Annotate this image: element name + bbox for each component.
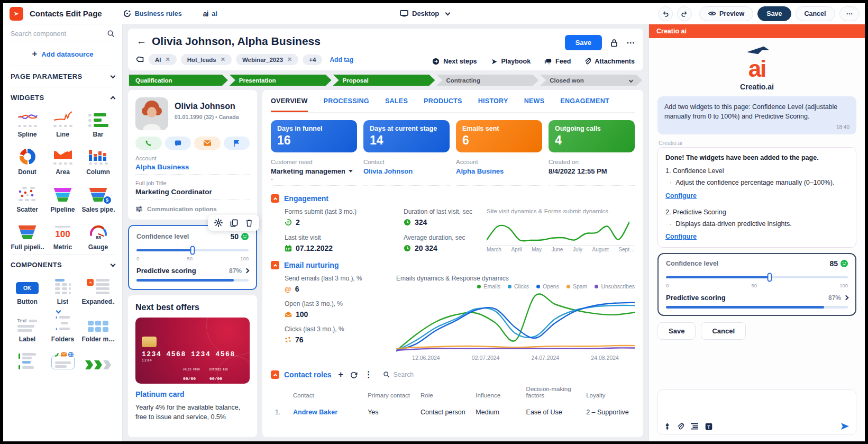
chat-button[interactable] <box>165 137 191 150</box>
add-tag-button[interactable]: Add tag <box>330 56 353 64</box>
table-row[interactable]: 1. Andrew Baker Yes Contact person Mediu… <box>275 403 635 416</box>
widget-gauge[interactable]: 88 Gauge <box>81 221 115 251</box>
search-input[interactable] <box>11 30 107 38</box>
tab-processing[interactable]: PROCESSING <box>324 97 369 112</box>
widget-donut[interactable]: Donut <box>11 146 44 176</box>
widget-spline[interactable]: Spline <box>11 108 44 138</box>
ai-button[interactable]: ai ai <box>203 10 217 18</box>
tag-pill[interactable]: Webinar_2023✕ <box>236 54 298 65</box>
component-stage-bar[interactable] <box>81 350 115 369</box>
stage-closed-won[interactable]: Closed won <box>540 75 642 86</box>
cancel-button[interactable]: Cancel <box>796 6 835 21</box>
tab-history[interactable]: HISTORY <box>478 97 508 112</box>
component-folders[interactable]: › › Folders <box>46 313 79 343</box>
remove-tag-icon[interactable]: ✕ <box>221 56 225 63</box>
collapse-icon[interactable] <box>271 194 279 203</box>
engagement-section-header[interactable]: Engagement <box>271 194 635 203</box>
settings-gear-icon[interactable] <box>214 219 223 227</box>
add-datasource-button[interactable]: + Add datasource <box>11 41 115 66</box>
widget-full-pipeline[interactable]: Full pipeli… <box>11 221 44 251</box>
structure-list-icon[interactable] <box>691 423 698 430</box>
call-button[interactable] <box>135 137 162 150</box>
widget-line[interactable]: Line <box>46 108 79 138</box>
playbook-button[interactable]: Playbook <box>491 58 531 65</box>
tag-pill[interactable]: Hot_leads✕ <box>181 54 232 65</box>
component-expanded[interactable]: Expanded… <box>81 275 115 305</box>
slider-thumb[interactable] <box>768 273 772 282</box>
dropdown-caret-icon[interactable] <box>349 170 353 173</box>
page-parameters-section[interactable]: PAGE PARAMETERS <box>11 66 115 87</box>
flag-button[interactable] <box>224 137 250 150</box>
widget-scatter[interactable]: Scatter <box>11 183 44 213</box>
component-label[interactable]: Text Label <box>11 313 44 343</box>
component-list[interactable]: List <box>46 275 79 305</box>
tab-products[interactable]: PRODUCTS <box>424 97 462 112</box>
offer-link[interactable]: Platinum card <box>135 390 250 398</box>
attachments-button[interactable]: Attachments <box>584 58 635 65</box>
text-format-icon[interactable]: T <box>705 423 712 430</box>
component-communication-card[interactable] <box>46 350 79 369</box>
lock-icon[interactable] <box>610 39 618 47</box>
configure-link-1[interactable]: Configure <box>665 192 697 200</box>
more-tags-pill[interactable]: +4 <box>303 55 322 65</box>
copilot-cancel-button[interactable]: Cancel <box>701 322 746 340</box>
tab-news[interactable]: NEWS <box>524 97 545 112</box>
widget-metric[interactable]: 100 Metric <box>46 221 79 251</box>
component-search[interactable] <box>11 30 115 41</box>
chevron-right-icon[interactable] <box>244 268 250 274</box>
confidence-slider[interactable] <box>666 273 848 282</box>
prompt-settings-icon[interactable] <box>664 422 670 430</box>
back-button[interactable]: ← <box>136 35 147 47</box>
component-timeline[interactable] <box>11 350 44 369</box>
confidence-slider[interactable] <box>136 246 249 255</box>
business-rules-button[interactable]: Business rules <box>123 10 182 17</box>
widget-column[interactable]: Column <box>81 146 115 176</box>
component-folder-manager[interactable]: Folder m… <box>81 313 115 343</box>
copilot-confidence-widget[interactable]: Confidence level 85 050100 <box>657 253 856 316</box>
next-steps-button[interactable]: Next steps <box>432 58 477 65</box>
copilot-message-input[interactable] <box>664 394 849 422</box>
component-button[interactable]: OK Button <box>11 275 44 305</box>
widget-bar[interactable]: Bar <box>81 108 115 138</box>
components-section[interactable]: COMPONENTS <box>11 254 115 275</box>
tag-pill[interactable]: AI✕ <box>149 54 177 65</box>
copy-icon[interactable] <box>230 219 238 227</box>
collapse-icon[interactable] <box>271 370 279 379</box>
feed-button[interactable]: Feed <box>544 58 571 65</box>
copilot-input-box[interactable]: T <box>657 389 856 435</box>
email-nurturing-section-header[interactable]: Email nurturing <box>271 261 635 269</box>
undo-button[interactable] <box>658 6 673 21</box>
collapse-icon[interactable] <box>271 261 279 269</box>
account-link[interactable]: Alpha Business <box>135 163 250 171</box>
widget-sales-pipeline[interactable]: $ Sales pipe… <box>81 183 115 213</box>
record-save-button[interactable]: Save <box>565 35 602 50</box>
stage-presentation[interactable]: Presentation <box>230 75 332 86</box>
device-selector[interactable]: Desktop <box>400 10 450 17</box>
remove-tag-icon[interactable]: ✕ <box>287 56 292 63</box>
field-account[interactable]: Account Alpha Busines <box>456 159 542 186</box>
widget-pipeline[interactable]: Pipeline <box>46 183 79 213</box>
send-icon[interactable] <box>840 422 849 430</box>
save-button[interactable]: Save <box>757 6 791 21</box>
more-button[interactable]: ⋯ <box>839 6 860 21</box>
add-row-button[interactable]: + <box>338 370 343 379</box>
roles-search-input[interactable] <box>394 371 446 378</box>
contact-link[interactable]: Andrew Baker <box>293 409 363 416</box>
tab-sales[interactable]: SALES <box>385 97 408 112</box>
communication-options[interactable]: Communication options <box>135 206 250 212</box>
trash-icon[interactable] <box>245 219 253 227</box>
confidence-level-widget[interactable]: Confidence level 50 0 <box>128 225 257 290</box>
tab-engagement[interactable]: ENGAGEMENT <box>560 97 609 112</box>
refresh-icon[interactable] <box>350 371 358 378</box>
stage-qualification[interactable]: Qualification <box>129 75 228 86</box>
contact-roles-search[interactable] <box>383 371 446 378</box>
email-button[interactable] <box>194 137 221 150</box>
widgets-section[interactable]: WIDGETS <box>11 87 115 108</box>
tab-overview[interactable]: OVERVIEW <box>271 97 308 112</box>
record-more-button[interactable]: ⋯ <box>626 38 635 48</box>
kebab-menu-icon[interactable]: ⋮ <box>364 369 373 379</box>
widget-area[interactable]: Area <box>46 146 79 176</box>
remove-tag-icon[interactable]: ✕ <box>166 56 170 63</box>
configure-link-2[interactable]: Configure <box>665 233 697 240</box>
attach-icon[interactable] <box>677 423 684 430</box>
